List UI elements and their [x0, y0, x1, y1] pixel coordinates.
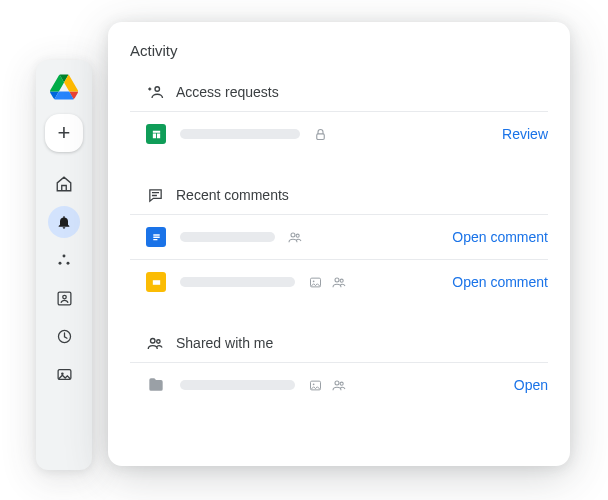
svg-point-0	[63, 255, 66, 258]
svg-point-4	[62, 295, 66, 299]
section-header-recent-comments[interactable]: Recent comments	[130, 182, 548, 214]
svg-point-16	[340, 279, 343, 282]
nav-shared[interactable]	[48, 282, 80, 314]
slides-file-icon	[146, 272, 166, 292]
section-label: Shared with me	[176, 335, 273, 351]
section-header-shared-with-me[interactable]: Shared with me	[130, 330, 548, 362]
svg-point-20	[312, 383, 314, 385]
image-icon	[307, 377, 323, 393]
nav-workspaces[interactable]	[48, 244, 80, 276]
review-link[interactable]: Review	[502, 126, 548, 142]
svg-point-10	[291, 233, 295, 237]
google-drive-logo-icon	[50, 74, 78, 100]
folder-icon	[146, 375, 166, 395]
people-icon	[146, 334, 164, 352]
clock-icon	[56, 328, 73, 345]
docs-file-icon	[146, 227, 166, 247]
section-label: Access requests	[176, 84, 279, 100]
nav-photo[interactable]	[48, 358, 80, 390]
people-icon	[331, 274, 347, 290]
people-icon	[331, 377, 347, 393]
comment-row[interactable]: Open comment	[130, 259, 548, 304]
shared-row[interactable]: Open	[130, 362, 548, 407]
svg-point-21	[335, 381, 339, 385]
open-comment-link[interactable]: Open comment	[452, 229, 548, 245]
activity-panel: Activity Access requests Review Recent c…	[108, 22, 570, 466]
svg-point-8	[155, 87, 160, 92]
workspaces-icon	[56, 252, 72, 268]
comment-icon	[146, 186, 164, 204]
svg-point-11	[296, 234, 299, 237]
section-header-access-requests[interactable]: Access requests	[130, 79, 548, 111]
svg-point-18	[157, 340, 160, 343]
person-box-icon	[56, 290, 73, 307]
nav-home[interactable]	[48, 168, 80, 200]
sheets-file-icon	[146, 124, 166, 144]
open-link[interactable]: Open	[514, 377, 548, 393]
file-name-placeholder	[180, 232, 275, 242]
people-icon	[287, 229, 303, 245]
image-icon	[307, 274, 323, 290]
svg-point-1	[59, 262, 62, 265]
access-request-row[interactable]: Review	[130, 111, 548, 156]
lock-icon	[312, 126, 328, 142]
file-name-placeholder	[180, 380, 295, 390]
comment-row[interactable]: Open comment	[130, 214, 548, 259]
file-name-placeholder	[180, 129, 300, 139]
open-comment-link[interactable]: Open comment	[452, 274, 548, 290]
svg-point-22	[340, 382, 343, 385]
svg-rect-9	[316, 133, 324, 139]
bell-icon	[56, 214, 72, 230]
file-name-placeholder	[180, 277, 295, 287]
svg-point-17	[151, 339, 156, 344]
person-add-icon	[146, 83, 164, 101]
new-button[interactable]: +	[45, 114, 83, 152]
image-box-icon	[56, 366, 73, 383]
nav-recent[interactable]	[48, 320, 80, 352]
nav-activity[interactable]	[48, 206, 80, 238]
section-label: Recent comments	[176, 187, 289, 203]
svg-point-2	[67, 262, 70, 265]
svg-point-15	[335, 278, 339, 282]
panel-title: Activity	[130, 42, 548, 59]
home-icon	[55, 175, 73, 193]
svg-rect-12	[152, 280, 159, 285]
svg-point-14	[312, 280, 314, 282]
sidebar-rail: +	[36, 60, 92, 470]
